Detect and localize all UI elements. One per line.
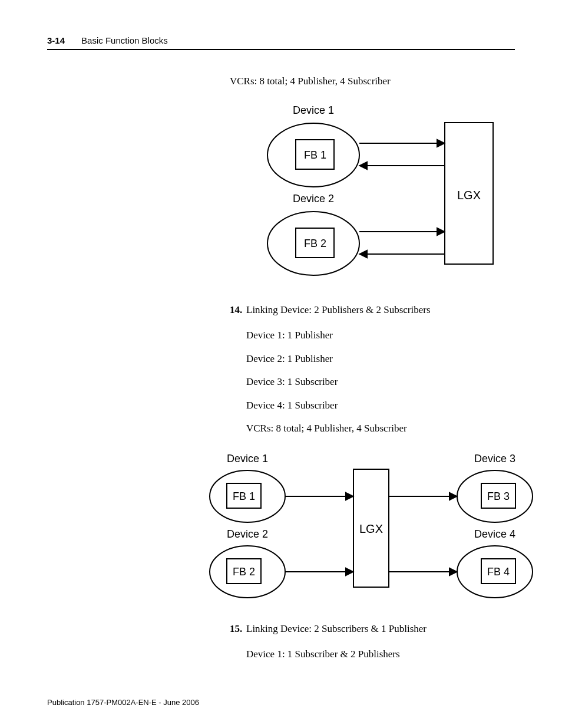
publication-footer: Publication 1757-PM002A-EN-E - June 2006 [47, 698, 199, 707]
page-header: 3-14 Basic Function Blocks [47, 35, 515, 45]
item14-title: Linking Device: 2 Publishers & 2 Subscri… [246, 302, 431, 318]
item15-title: Linking Device: 2 Subscribers & 1 Publis… [246, 621, 427, 637]
item14-line5: VCRs: 8 total; 4 Publisher, 4 Subscriber [246, 421, 515, 436]
device4-label: Device 4 [474, 528, 515, 540]
diagram-1: LGX Device 1 FB 1 Device 2 FB 2 [265, 102, 515, 285]
fb1-label: FB 1 [233, 490, 255, 502]
page-number: 3-14 [47, 35, 65, 45]
diagram-2-svg: LGX Device 1 FB 1 Device 2 FB 2 Device 3… [206, 450, 536, 604]
fb2-label: FB 2 [304, 238, 326, 249]
fb3-label: FB 3 [487, 490, 510, 502]
item14-line1: Device 1: 1 Publisher [246, 328, 515, 343]
fb4-label: FB 4 [487, 566, 510, 578]
list-item-14: 14. Linking Device: 2 Publishers & 2 Sub… [230, 302, 515, 318]
fb1-label: FB 1 [304, 149, 326, 161]
content-column: VCRs: 8 total; 4 Publisher, 4 Subscriber… [230, 74, 515, 662]
device3-label: Device 3 [474, 453, 515, 465]
device1-label: Device 1 [293, 104, 334, 116]
item14-line3: Device 3: 1 Subscriber [246, 374, 515, 390]
vcr-summary-line: VCRs: 8 total; 4 Publisher, 4 Subscriber [230, 74, 515, 89]
item15-line1: Device 1: 1 Subscriber & 2 Publishers [246, 647, 515, 662]
diagram-1-svg: LGX Device 1 FB 1 Device 2 FB 2 [265, 102, 501, 285]
device2-label: Device 2 [293, 193, 334, 205]
fb2-label: FB 2 [233, 566, 255, 578]
lgx-label: LGX [457, 189, 481, 202]
item-number: 14. [230, 302, 246, 318]
device1-label: Device 1 [227, 453, 268, 465]
lgx-label: LGX [359, 522, 383, 535]
item14-line2: Device 2: 1 Publisher [246, 351, 515, 367]
list-item-15: 15. Linking Device: 2 Subscribers & 1 Pu… [230, 621, 515, 637]
item14-line4: Device 4: 1 Subscriber [246, 398, 515, 413]
header-rule [47, 49, 515, 50]
diagram-2: LGX Device 1 FB 1 Device 2 FB 2 Device 3… [206, 450, 515, 604]
item-number: 15. [230, 621, 246, 637]
page: 3-14 Basic Function Blocks VCRs: 8 total… [0, 0, 562, 728]
device2-label: Device 2 [227, 528, 268, 540]
section-title: Basic Function Blocks [81, 35, 168, 45]
